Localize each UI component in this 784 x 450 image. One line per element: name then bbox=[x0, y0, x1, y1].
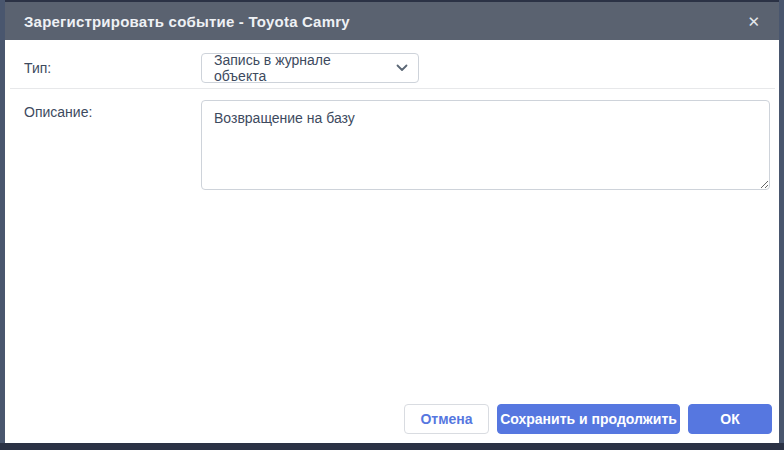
event-type-select[interactable]: Запись в журнале объекта bbox=[201, 53, 419, 83]
dialog-body: Тип: Запись в журнале объекта Описание: … bbox=[5, 40, 779, 443]
type-row: Тип: Запись в журнале объекта bbox=[5, 40, 779, 83]
type-label: Тип: bbox=[24, 53, 201, 83]
register-event-dialog: Зарегистрировать событие - Toyota Camry … bbox=[5, 2, 779, 443]
save-and-continue-button[interactable]: Сохранить и продолжить bbox=[497, 404, 680, 434]
dialog-title: Зарегистрировать событие - Toyota Camry bbox=[24, 13, 745, 30]
dialog-header: Зарегистрировать событие - Toyota Camry … bbox=[5, 2, 779, 40]
chevron-down-icon bbox=[396, 64, 408, 72]
description-row: Описание: Возвращение на базу bbox=[5, 89, 779, 190]
description-label: Описание: bbox=[24, 100, 201, 190]
event-type-selected-value: Запись в журнале объекта bbox=[214, 52, 386, 84]
dialog-footer: Отмена Сохранить и продолжить ОК bbox=[5, 404, 779, 443]
close-icon[interactable]: ✕ bbox=[745, 10, 762, 33]
cancel-button[interactable]: Отмена bbox=[404, 404, 489, 434]
description-textarea[interactable]: Возвращение на базу bbox=[201, 100, 770, 190]
overlay-edge-right bbox=[779, 0, 784, 443]
ok-button[interactable]: ОК bbox=[688, 404, 772, 434]
